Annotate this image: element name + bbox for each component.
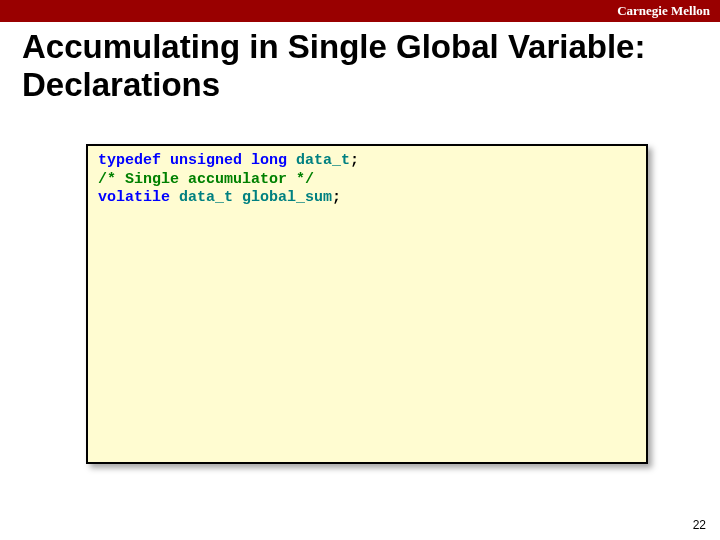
code-box: typedef unsigned long data_t; /* Single … (86, 144, 648, 464)
keyword-long: long (251, 152, 287, 169)
institution-label: Carnegie Mellon (617, 3, 710, 19)
header-bar: Carnegie Mellon (0, 0, 720, 22)
type-ref-data-t: data_t (179, 189, 233, 206)
keyword-typedef: typedef (98, 152, 161, 169)
keyword-volatile: volatile (98, 189, 170, 206)
keyword-unsigned: unsigned (170, 152, 242, 169)
code-line-3: volatile data_t global_sum; (98, 189, 636, 208)
comment-accumulator: /* Single accumulator */ (98, 171, 314, 188)
semicolon: ; (350, 152, 359, 169)
semicolon: ; (332, 189, 341, 206)
page-number: 22 (693, 518, 706, 532)
slide-title: Accumulating in Single Global Variable: … (0, 22, 720, 104)
code-line-2: /* Single accumulator */ (98, 171, 636, 190)
code-container: typedef unsigned long data_t; /* Single … (0, 104, 720, 464)
identifier-global-sum: global_sum (242, 189, 332, 206)
type-data-t: data_t (296, 152, 350, 169)
code-line-1: typedef unsigned long data_t; (98, 152, 636, 171)
